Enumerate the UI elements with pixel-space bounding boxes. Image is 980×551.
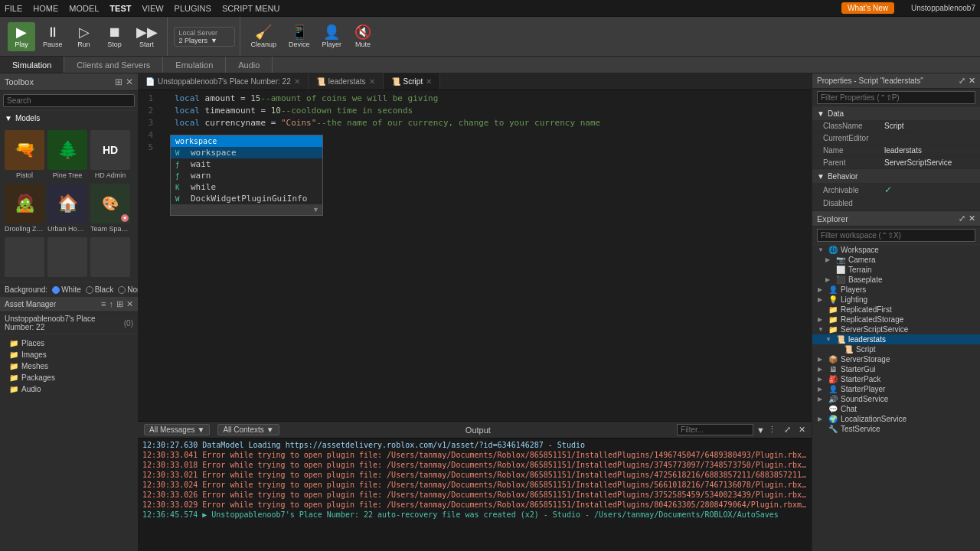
bg-white-radio bbox=[52, 286, 60, 294]
asset-item-images[interactable]: 📁 Images bbox=[0, 349, 138, 360]
place-tab-close[interactable]: ✕ bbox=[294, 77, 300, 86]
data-section-arrow: ▼ bbox=[817, 109, 825, 118]
exp-starterplayer[interactable]: ▶ 👤 StarterPlayer bbox=[812, 384, 980, 394]
exp-replicatedstorage[interactable]: ▶ 📁 ReplicatedStorage bbox=[812, 315, 980, 324]
toolbox-item-teamspawn[interactable]: 🎨 ★ Team Spawn... bbox=[90, 184, 130, 233]
exp-camera[interactable]: ▶ 📷 Camera bbox=[812, 255, 980, 265]
bg-white[interactable]: White bbox=[52, 285, 81, 294]
autocomplete-item-wait[interactable]: ƒ wait bbox=[171, 158, 322, 170]
output-expand-icon[interactable]: ⤢ bbox=[784, 425, 791, 435]
local-server-selector[interactable]: Local Server 2 Players ▼ bbox=[174, 27, 235, 47]
behavior-section-header[interactable]: ▼ Behavior bbox=[812, 170, 980, 183]
exp-serverscriptservice[interactable]: ▼ 📁 ServerScriptService bbox=[812, 324, 980, 334]
toolbox-item-extra2[interactable] bbox=[47, 237, 87, 279]
stop-button[interactable]: ⏹ Stop bbox=[101, 22, 129, 51]
tab-clients-servers[interactable]: Clients and Servers bbox=[64, 57, 163, 73]
output-close-icon[interactable]: ✕ bbox=[799, 425, 805, 435]
start-button[interactable]: ▶▶ Start bbox=[132, 22, 162, 51]
data-section-header[interactable]: ▼ Data bbox=[812, 107, 980, 120]
exp-script[interactable]: 📜 Script bbox=[812, 344, 980, 354]
toolbox-item-extra1[interactable] bbox=[5, 237, 44, 279]
code-editor[interactable]: 1 local amount = 15--amount of coins we … bbox=[138, 90, 812, 421]
properties-close-icon[interactable]: ✕ bbox=[969, 76, 975, 86]
editor-tab-leaderstats[interactable]: 📜 leaderstats ✕ bbox=[309, 73, 384, 90]
player-button[interactable]: 👤 Player bbox=[318, 22, 347, 51]
asset-manager-grid-icon[interactable]: ⊞ bbox=[116, 299, 123, 309]
editor-tab-script[interactable]: 📜 Script ✕ bbox=[384, 73, 441, 90]
output-filter-input[interactable] bbox=[677, 424, 753, 435]
device-button[interactable]: 📱 Device bbox=[284, 22, 315, 51]
lighting-icon: 💡 bbox=[828, 295, 838, 304]
pause-button[interactable]: ⏸ Pause bbox=[38, 22, 67, 51]
menu-home[interactable]: HOME bbox=[33, 4, 58, 13]
exp-workspace[interactable]: ▼ 🌐 Workspace bbox=[812, 245, 980, 255]
tab-emulation[interactable]: Emulation bbox=[163, 57, 226, 73]
exp-players[interactable]: ▶ 👤 Players bbox=[812, 285, 980, 295]
mute-button[interactable]: 🔇 Mute bbox=[349, 22, 377, 51]
toolbox-category-models[interactable]: ▼ Models bbox=[0, 111, 138, 126]
exp-leaderstats[interactable]: ▼ 📜 leaderstats bbox=[812, 334, 980, 344]
bg-none[interactable]: None bbox=[118, 285, 138, 294]
menu-test[interactable]: TEST bbox=[109, 4, 131, 13]
autocomplete-header: workspace bbox=[171, 135, 322, 147]
exp-chat[interactable]: 💬 Chat bbox=[812, 404, 980, 414]
exp-replicatedfirst[interactable]: 📁 ReplicatedFirst bbox=[812, 305, 980, 315]
menu-view[interactable]: VIEW bbox=[142, 4, 163, 13]
exp-baseplate[interactable]: ▶ ⬛ Baseplate bbox=[812, 275, 980, 285]
exp-soundservice[interactable]: ▶ 🔊 SoundService bbox=[812, 394, 980, 404]
leaderstats-tab-close[interactable]: ✕ bbox=[369, 77, 375, 86]
output-filter-dropdown-icon[interactable]: ▼ bbox=[756, 425, 765, 435]
asset-manager-close-icon[interactable]: ✕ bbox=[126, 299, 133, 309]
all-messages-dropdown[interactable]: All Messages ▼ bbox=[144, 424, 210, 435]
toolbox-close-icon[interactable]: ✕ bbox=[126, 77, 133, 87]
exp-startergui[interactable]: ▶ 🖥 StarterGui bbox=[812, 364, 980, 374]
exp-localizationservice[interactable]: ▶ 🌍 LocalizationService bbox=[812, 414, 980, 424]
exp-lighting[interactable]: ▶ 💡 Lighting bbox=[812, 295, 980, 305]
asset-item-packages[interactable]: 📁 Packages bbox=[0, 372, 138, 383]
exp-serverstorage[interactable]: ▶ 📦 ServerStorage bbox=[812, 354, 980, 364]
asset-manager-upload-icon[interactable]: ↑ bbox=[109, 299, 114, 309]
menu-plugins[interactable]: PLUGINS bbox=[175, 4, 211, 13]
menu-model[interactable]: MODEL bbox=[69, 4, 99, 13]
script-tab-close[interactable]: ✕ bbox=[426, 77, 432, 86]
all-contexts-dropdown[interactable]: All Contexts ▼ bbox=[217, 424, 279, 435]
explorer-close-icon[interactable]: ✕ bbox=[969, 214, 975, 223]
exp-starterpack[interactable]: ▶ 🎒 StarterPack bbox=[812, 374, 980, 384]
play-button[interactable]: ▶ Play bbox=[8, 22, 35, 51]
toolbox-item-extra3[interactable] bbox=[90, 237, 130, 279]
asset-item-places[interactable]: 📁 Places bbox=[0, 337, 138, 349]
toolbox-item-house[interactable]: 🏠 Urban House bbox=[47, 184, 87, 233]
whats-new-button[interactable]: What's New bbox=[841, 2, 894, 14]
run-button[interactable]: ▷ Run bbox=[70, 22, 98, 51]
asset-manager-menu-icon[interactable]: ≡ bbox=[101, 299, 106, 309]
exp-testservice[interactable]: 🔧 TestService bbox=[812, 424, 980, 434]
explorer-expand-icon[interactable]: ⤢ bbox=[959, 214, 965, 223]
players-selector[interactable]: 2 Players ▼ bbox=[179, 37, 230, 44]
toolbox-search-input[interactable] bbox=[3, 94, 135, 107]
toolbox-item-pistol[interactable]: 🔫 Pistol bbox=[5, 130, 44, 179]
cleanup-button[interactable]: 🧹 Cleanup bbox=[247, 22, 282, 51]
script-tab-icon: 📜 bbox=[391, 77, 400, 86]
menu-file[interactable]: FILE bbox=[5, 4, 22, 13]
output-settings-icon[interactable]: ⋮ bbox=[768, 425, 776, 435]
tab-simulation[interactable]: Simulation bbox=[0, 57, 64, 73]
toolbox-grid-icon[interactable]: ⊞ bbox=[115, 77, 122, 87]
asset-item-meshes[interactable]: 📁 Meshes bbox=[0, 360, 138, 372]
toolbox-item-pinetree[interactable]: 🌲 Pine Tree bbox=[47, 130, 87, 179]
menu-script-menu[interactable]: SCRIPT MENU bbox=[222, 4, 280, 13]
autocomplete-item-warn[interactable]: ƒ warn bbox=[171, 170, 322, 181]
properties-filter-input[interactable] bbox=[817, 91, 975, 104]
exp-terrain[interactable]: ⬜ Terrain bbox=[812, 265, 980, 275]
autocomplete-item-while[interactable]: K while bbox=[171, 181, 322, 193]
properties-expand-icon[interactable]: ⤢ bbox=[959, 76, 965, 86]
autocomplete-item-dockwidget[interactable]: W DockWidgetPluginGuiInfo bbox=[171, 193, 322, 204]
toolbox-header: Toolbox ⊞ ✕ bbox=[0, 73, 138, 91]
toolbox-item-hdadmin[interactable]: HD HD Admin bbox=[90, 130, 130, 179]
editor-tab-place[interactable]: 📄 Unstoppablenoob7's Place Number: 22 ✕ bbox=[138, 73, 309, 90]
explorer-filter-input[interactable] bbox=[817, 229, 975, 242]
tab-audio[interactable]: Audio bbox=[226, 57, 273, 73]
asset-item-audio[interactable]: 📁 Audio bbox=[0, 383, 138, 395]
bg-black[interactable]: Black bbox=[86, 285, 113, 294]
toolbox-item-zombie[interactable]: 🧟 Drooling Zombie... bbox=[5, 184, 44, 233]
autocomplete-item-workspace[interactable]: W workspace bbox=[171, 147, 322, 158]
